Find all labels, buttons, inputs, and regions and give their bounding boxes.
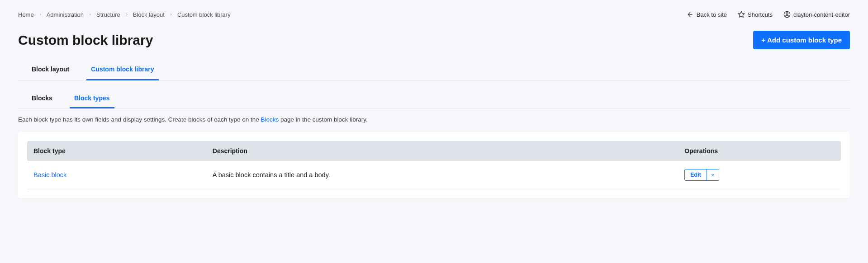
plus-icon: + [761,36,765,44]
blocks-link[interactable]: Blocks [261,116,279,123]
add-button-label: Add custom block type [767,36,842,44]
page-description: Each block type has its own fields and d… [18,116,850,123]
description-prefix: Each block type has its own fields and d… [18,116,261,123]
back-to-site-link[interactable]: Back to site [687,11,727,18]
breadcrumb-block-layout[interactable]: Block layout [133,11,165,18]
breadcrumb-current: Custom block library [177,11,231,18]
tab-blocks[interactable]: Blocks [27,90,57,108]
table-row: Basic block A basic block contains a tit… [27,161,841,189]
chevron-right-icon [169,12,173,17]
secondary-tabs: Blocks Block types [18,90,850,109]
tab-block-layout[interactable]: Block layout [27,60,74,80]
shortcuts-label: Shortcuts [748,11,773,18]
edit-button[interactable]: Edit [685,169,707,180]
table-card: Block type Description Operations Basic … [18,132,850,198]
svg-point-3 [786,13,788,14]
svg-marker-1 [738,11,744,17]
top-actions: Back to site Shortcuts clayton-content-e… [687,11,850,18]
cell-block-type: Basic block [27,161,206,189]
breadcrumb-administration[interactable]: Administration [47,11,84,18]
chevron-right-icon [125,12,128,17]
block-type-link[interactable]: Basic block [33,171,66,178]
arrow-left-icon [687,11,694,18]
col-header-block-type: Block type [27,141,206,161]
breadcrumb-home[interactable]: Home [18,11,34,18]
breadcrumb-structure[interactable]: Structure [96,11,120,18]
chevron-right-icon [88,12,92,17]
description-suffix: page in the custom block library. [279,116,367,123]
chevron-down-icon [711,173,715,177]
page-header: Custom block library + Add custom block … [18,31,850,49]
chevron-right-icon [38,12,42,17]
tab-custom-block-library[interactable]: Custom block library [86,60,158,80]
table-header-row: Block type Description Operations [27,141,841,161]
top-bar: Home Administration Structure Block layo… [18,11,850,18]
operations-dropbutton: Edit [684,169,719,181]
star-icon [738,11,745,18]
username-label: clayton-content-editor [793,11,850,18]
tab-block-types[interactable]: Block types [70,90,114,108]
block-types-table: Block type Description Operations Basic … [27,141,841,189]
add-custom-block-type-button[interactable]: + Add custom block type [753,31,850,49]
breadcrumb: Home Administration Structure Block layo… [18,11,231,18]
operations-toggle[interactable] [707,169,719,180]
col-header-operations: Operations [678,141,841,161]
col-header-description: Description [206,141,678,161]
primary-tabs: Block layout Custom block library [18,60,850,81]
shortcuts-link[interactable]: Shortcuts [738,11,773,18]
back-to-site-label: Back to site [697,11,727,18]
cell-description: A basic block contains a title and a bod… [206,161,678,189]
user-icon [783,11,791,18]
cell-operations: Edit [678,161,841,189]
page-title: Custom block library [18,33,153,48]
user-menu[interactable]: clayton-content-editor [783,11,850,18]
